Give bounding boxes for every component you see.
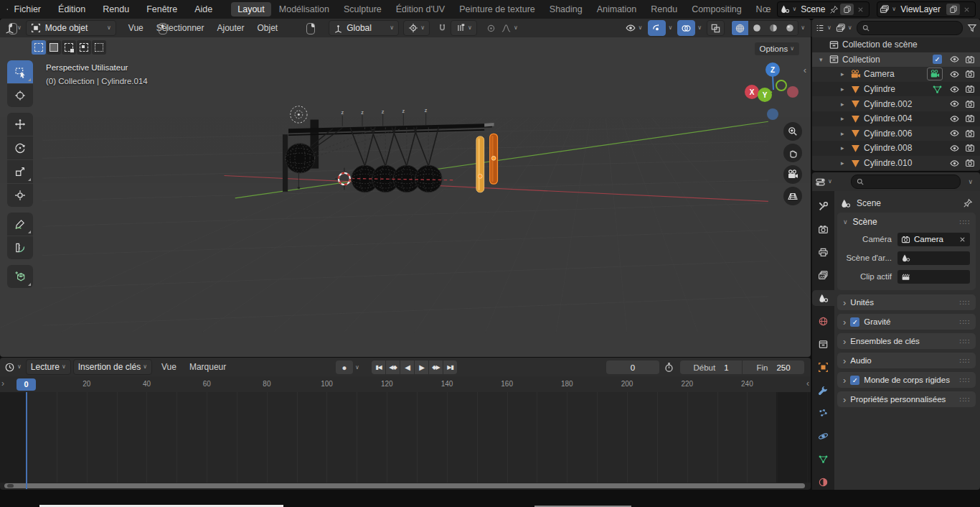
tab-physics[interactable]	[812, 428, 834, 444]
clear-camera-icon[interactable]	[958, 236, 966, 243]
workspace-tab[interactable]: Édition d'UV	[390, 2, 451, 17]
scene-name[interactable]: Scene	[796, 4, 829, 14]
cradle-ball-raised[interactable]	[286, 144, 315, 173]
tab-output[interactable]	[812, 244, 834, 260]
outliner-row[interactable]: Collection de scène	[812, 37, 980, 52]
new-viewlayer-button[interactable]	[946, 4, 960, 15]
panel-checkbox[interactable]: ✓	[850, 376, 859, 385]
tab-collection[interactable]	[812, 336, 834, 352]
active-clip-field[interactable]	[897, 270, 970, 284]
workspace-tab[interactable]: Layout	[231, 2, 271, 17]
playhead-line[interactable]	[26, 392, 27, 489]
jump-to-start-button[interactable]: ▮◀	[372, 361, 385, 374]
previous-keyframe-button[interactable]: ◀◆	[386, 361, 400, 374]
workspace-tab[interactable]: Compositing	[685, 2, 748, 17]
keying-menu[interactable]: Insertion de clés∨	[73, 359, 152, 375]
timeline-track-area[interactable]	[0, 392, 811, 483]
gizmo-x-axis[interactable]: X	[745, 85, 759, 99]
workspace-tab[interactable]: Nœ	[750, 2, 778, 17]
blender-logo-icon[interactable]	[6, 3, 9, 16]
expand-arrow[interactable]: ▸	[841, 85, 850, 93]
transform-orientation-selector[interactable]: Global∨	[329, 20, 399, 36]
properties-editor-type-button[interactable]: ∨	[815, 177, 832, 187]
panel-header[interactable]: › ✓ Gravité ∷∷	[837, 314, 976, 330]
gizmo-z-neg[interactable]	[767, 108, 778, 120]
expand-arrow[interactable]: ▸	[841, 70, 850, 78]
snap-settings-selector[interactable]: ∨	[451, 20, 477, 36]
disable-in-renders-icon[interactable]	[962, 99, 977, 109]
horizontal-scrollbar[interactable]	[4, 483, 805, 488]
new-scene-button[interactable]	[840, 4, 854, 15]
disable-in-renders-icon[interactable]	[962, 84, 977, 94]
menu-item[interactable]: Marqueur	[183, 362, 232, 372]
outliner-row[interactable]: ▸ Cylindre.004	[812, 111, 980, 126]
menu-item[interactable]: Fichier	[14, 4, 42, 14]
viewport-canvas[interactable]: zz zz z	[0, 37, 811, 357]
hide-in-viewport-icon[interactable]	[947, 158, 962, 169]
tab-material[interactable]	[812, 474, 834, 490]
menu-item[interactable]: Vue	[122, 23, 150, 33]
menu-item[interactable]: Édition	[58, 4, 85, 14]
menu-item[interactable]: Ajouter	[210, 23, 250, 33]
mesh-data-icon[interactable]	[932, 84, 943, 95]
scene-selector[interactable]: ∨ Scene	[777, 1, 870, 17]
panel-grip[interactable]: ∷∷	[959, 357, 970, 365]
tab-object[interactable]	[812, 359, 834, 375]
tab-render[interactable]	[812, 221, 834, 237]
tool-rotate[interactable]	[7, 136, 33, 159]
expand-arrow[interactable]: ▸	[841, 144, 850, 152]
panel-header[interactable]: › Propriétés personnalisées ∷∷	[837, 391, 976, 407]
hide-in-viewport-icon[interactable]	[947, 69, 962, 80]
play-button[interactable]: ▶	[415, 361, 428, 374]
outliner-editor-type-button[interactable]: ∨	[815, 23, 831, 33]
next-keyframe-button[interactable]: ◆▶	[429, 361, 443, 374]
workspace-tab[interactable]: Modélisation	[273, 2, 336, 17]
tab-world[interactable]	[812, 313, 834, 329]
panel-header[interactable]: › Ensembles de clés ∷∷	[837, 333, 976, 349]
outliner-row[interactable]: ▸ Cylindre.010	[812, 156, 980, 171]
current-frame-field[interactable]: 0	[606, 361, 659, 374]
playback-menu[interactable]: Lecture∨	[26, 359, 71, 375]
tab-modifiers[interactable]	[812, 382, 834, 398]
cylinder-selected[interactable]	[490, 134, 498, 184]
workspace-tab[interactable]: Peinture de texture	[453, 2, 542, 17]
frame-start-field[interactable]: Début 1	[680, 361, 742, 374]
camera-view-button[interactable]	[783, 165, 802, 184]
hide-in-viewport-icon[interactable]	[947, 143, 962, 154]
camera-field[interactable]: Camera	[897, 233, 970, 246]
shading-rendered-button[interactable]	[781, 21, 798, 35]
select-lasso-button[interactable]	[77, 40, 91, 55]
outliner-display-mode-button[interactable]: ∨	[836, 23, 852, 33]
expand-arrow[interactable]: ▾	[819, 56, 829, 63]
tool-measure[interactable]	[7, 236, 33, 259]
navigation-gizmo[interactable]: Z X Y	[743, 60, 807, 125]
show-gizmo-toggle[interactable]	[648, 20, 666, 36]
camera-data-icon[interactable]	[927, 68, 943, 80]
tool-scale[interactable]	[7, 160, 33, 183]
mode-selector[interactable]: Mode objet∨	[26, 20, 116, 36]
panel-grip[interactable]: ∷∷	[959, 299, 970, 307]
tab-view-layer[interactable]	[812, 267, 834, 283]
gizmo-y-axis[interactable]: Y	[758, 88, 772, 102]
shading-solid-button[interactable]	[748, 21, 765, 35]
viewlayer-name[interactable]: ViewLayer	[896, 4, 945, 14]
outliner-search-input[interactable]	[857, 21, 963, 35]
cylinder-selected-active[interactable]	[476, 136, 484, 192]
timeline-editor-type-button[interactable]: ∨	[4, 362, 22, 373]
panel-grip[interactable]: ∷∷	[959, 396, 970, 404]
object-visibility-selector[interactable]: ∨	[625, 22, 643, 34]
timeline-collapse-arrow[interactable]: ‹	[806, 378, 809, 389]
panel-header[interactable]: › ✓ Monde de corps rigides ∷∷	[837, 372, 976, 388]
use-preview-range-button[interactable]	[664, 362, 674, 373]
outliner-row[interactable]: ▸ Cylindre.008	[812, 141, 980, 156]
snap-toggle[interactable]	[437, 23, 448, 34]
pivot-point-selector[interactable]: ∨	[403, 20, 430, 36]
outliner-row[interactable]: ▸ Camera	[812, 67, 980, 82]
expand-arrow[interactable]: ▸	[841, 130, 850, 137]
gizmo-y-neg[interactable]	[776, 80, 787, 91]
disable-in-renders-icon[interactable]	[962, 55, 977, 65]
workspace-tab[interactable]: Rendu	[644, 2, 684, 17]
outliner-row[interactable]: ▸ Cylindre	[812, 82, 980, 97]
proportional-falloff-selector[interactable]: ∨	[501, 23, 518, 34]
gizmo-z-axis[interactable]: Z	[765, 62, 780, 77]
